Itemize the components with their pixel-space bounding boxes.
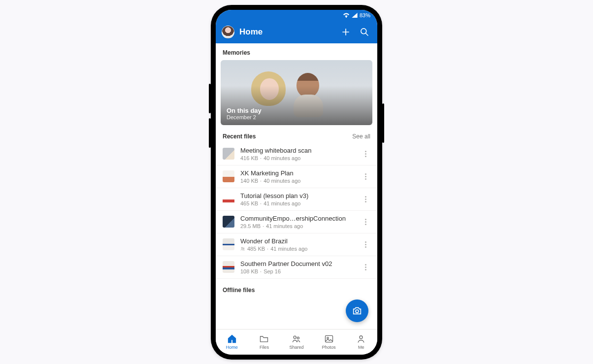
file-name: CommunityEmpo…ershipConnection <box>240 215 355 222</box>
app-bar: Home <box>216 21 377 43</box>
person-icon <box>356 334 366 344</box>
memory-title: On this day <box>227 107 262 114</box>
file-thumbnail <box>223 148 234 160</box>
file-meta: 485 KB · 41 minutes ago <box>240 246 355 252</box>
file-name: Meeting whiteboard scan <box>240 147 355 154</box>
file-thumbnail <box>223 193 234 205</box>
page-title: Home <box>239 27 334 37</box>
status-bar: 83% <box>216 10 377 21</box>
add-button[interactable] <box>339 25 353 39</box>
memories-card[interactable]: On this day December 2 <box>221 60 372 125</box>
phone-frame: 83% Home Memories On this d <box>211 5 382 360</box>
nav-label: Home <box>226 345 238 350</box>
screen: 83% Home Memories On this d <box>216 10 377 355</box>
nav-label: Me <box>358 345 364 350</box>
battery-text: 83% <box>360 12 370 18</box>
content-scroll[interactable]: Memories On this day December 2 Recent f… <box>216 43 377 329</box>
file-name: Southern Partner Document v02 <box>240 260 355 267</box>
more-button[interactable] <box>361 170 370 182</box>
nav-label: Photos <box>322 345 336 350</box>
file-meta: 108 KB · Sep 16 <box>240 268 355 274</box>
nav-photos[interactable]: Photos <box>313 330 345 355</box>
svg-point-5 <box>243 248 244 249</box>
nav-me[interactable]: Me <box>345 330 377 355</box>
file-meta: 140 KB · 40 minutes ago <box>240 178 355 184</box>
home-icon <box>227 334 237 344</box>
svg-rect-9 <box>325 335 332 342</box>
file-thumbnail <box>223 261 234 273</box>
shared-icon <box>292 334 301 344</box>
file-row[interactable]: CommunityEmpo…ershipConnection 29.5 MB ·… <box>216 211 377 233</box>
more-vertical-icon <box>365 244 366 245</box>
memories-label: Memories <box>216 43 377 60</box>
nav-shared[interactable]: Shared <box>280 330 313 355</box>
see-all-link[interactable]: See all <box>352 133 370 140</box>
recent-label: Recent files <box>223 133 256 140</box>
memory-date: December 2 <box>227 114 262 120</box>
file-row[interactable]: Tutorial (lesson plan v3) 465 KB · 41 mi… <box>216 188 377 211</box>
more-vertical-icon <box>365 199 366 200</box>
file-row[interactable]: Southern Partner Document v02 108 KB · S… <box>216 256 377 279</box>
file-thumbnail <box>223 216 234 228</box>
file-name: Tutorial (lesson plan v3) <box>240 192 355 199</box>
svg-point-11 <box>360 336 362 339</box>
svg-point-8 <box>297 337 299 339</box>
svg-point-2 <box>361 28 366 33</box>
svg-point-6 <box>356 309 359 312</box>
svg-point-4 <box>241 247 243 249</box>
file-name: Wonder of Brazil <box>240 237 355 245</box>
file-row[interactable]: XK Marketing Plan 140 KB · 40 minutes ag… <box>216 165 377 188</box>
camera-icon <box>352 305 362 316</box>
svg-line-3 <box>366 33 368 35</box>
more-button[interactable] <box>361 238 370 250</box>
file-thumbnail <box>223 170 234 182</box>
file-meta: 29.5 MB · 41 minutes ago <box>240 223 355 229</box>
shared-icon <box>240 246 245 251</box>
more-vertical-icon <box>365 153 366 155</box>
nav-label: Shared <box>289 345 303 350</box>
file-row[interactable]: Meeting whiteboard scan 416 KB · 40 minu… <box>216 143 377 165</box>
offline-label: Offline files <box>216 279 377 298</box>
more-vertical-icon <box>365 266 366 268</box>
camera-fab[interactable] <box>346 299 368 322</box>
more-button[interactable] <box>361 148 370 160</box>
more-button[interactable] <box>361 261 370 273</box>
bottom-nav: Home Files Shared Photos Me <box>216 329 377 355</box>
file-meta: 465 KB · 41 minutes ago <box>240 200 355 206</box>
photos-icon <box>324 334 334 344</box>
nav-label: Files <box>260 345 269 350</box>
more-button[interactable] <box>361 216 370 228</box>
search-icon <box>360 27 369 37</box>
more-vertical-icon <box>365 221 366 223</box>
wifi-icon <box>343 13 350 18</box>
file-name: XK Marketing Plan <box>240 169 355 177</box>
file-meta: 416 KB · 40 minutes ago <box>240 155 355 161</box>
avatar[interactable] <box>222 26 234 38</box>
nav-home[interactable]: Home <box>216 330 248 355</box>
svg-point-7 <box>294 336 296 338</box>
svg-point-10 <box>327 337 328 339</box>
file-row[interactable]: Wonder of Brazil 485 KB · 41 minutes ago <box>216 233 377 256</box>
more-button[interactable] <box>361 193 370 205</box>
nav-files[interactable]: Files <box>248 330 281 355</box>
folder-icon <box>259 334 269 344</box>
search-button[interactable] <box>358 25 371 39</box>
plus-icon <box>341 27 351 37</box>
signal-icon <box>352 13 358 18</box>
file-thumbnail <box>223 238 234 250</box>
more-vertical-icon <box>365 176 366 177</box>
